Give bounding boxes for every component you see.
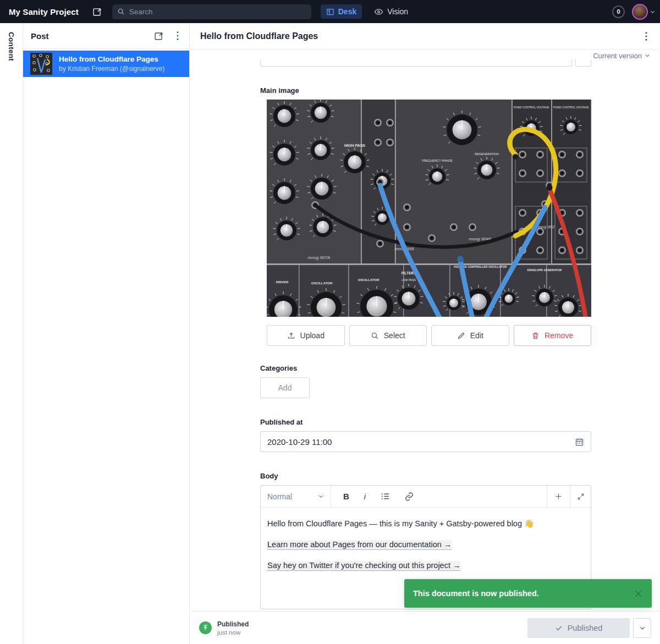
main-image-label: Main image: [260, 86, 660, 95]
pane-menu-icon[interactable]: [174, 31, 182, 41]
list-item-post[interactable]: Hello from Cloudflare Pages by Kristian …: [23, 51, 189, 77]
documentation-link[interactable]: Learn more about Pages from our document…: [267, 540, 452, 550]
select-button[interactable]: Select: [349, 325, 427, 346]
remove-button[interactable]: Remove: [514, 325, 592, 346]
tab-desk-label: Desk: [338, 7, 356, 16]
publish-status-icon: [199, 621, 212, 634]
text-style-value: Normal: [267, 492, 292, 501]
document-panel: Hello from Cloudflare Pages Current vers…: [190, 23, 660, 644]
document-title: Hello from Cloudflare Pages: [200, 31, 642, 41]
post-pane: Post Hello from Cloudflare Pages by Kris…: [23, 23, 190, 644]
check-icon: [555, 624, 563, 632]
add-category-button[interactable]: Add: [260, 377, 310, 398]
content-rail[interactable]: Content: [0, 23, 23, 644]
top-navbar: My Sanity Project Desk Vision 0: [0, 0, 660, 23]
search-icon: [371, 332, 379, 340]
body-paragraph[interactable]: Say hey on Twitter if you're checking ou…: [267, 560, 584, 571]
notification-badge[interactable]: 0: [612, 5, 625, 18]
bullet-list-icon[interactable]: [381, 492, 390, 501]
post-item-texts: Hello from Cloudflare Pages by Kristian …: [59, 55, 164, 73]
svg-text:LOW PASS: LOW PASS: [402, 278, 416, 282]
post-thumbnail: [30, 53, 52, 75]
calendar-icon[interactable]: [575, 437, 584, 447]
search-bar[interactable]: [112, 4, 311, 19]
body-paragraph-text: Hello from Cloudflare Pages — this is my…: [267, 519, 522, 528]
pane-title: Post: [31, 31, 144, 41]
clipped-text-input[interactable]: [260, 59, 572, 67]
svg-text:OSCILLATOR: OSCILLATOR: [311, 282, 333, 285]
published-button-label: Published: [568, 624, 603, 632]
publish-status: Published: [217, 620, 249, 628]
svg-text:FIXED CONTROL VOLTAGE: FIXED CONTROL VOLTAGE: [553, 106, 589, 109]
editor-toolbar: Normal B i: [261, 486, 591, 508]
chevron-down-icon: [639, 625, 646, 631]
pane-header: Post: [23, 23, 189, 49]
upload-button[interactable]: Upload: [267, 325, 345, 346]
upload-label: Upload: [300, 331, 324, 340]
edit-button[interactable]: Edit: [431, 325, 509, 346]
svg-text:OSCILLATOR: OSCILLATOR: [358, 278, 380, 282]
svg-text:ENVELOPE GENERATOR: ENVELOPE GENERATOR: [527, 268, 562, 272]
publish-status-texts: Published just now: [217, 620, 249, 636]
text-style-select[interactable]: Normal: [261, 486, 331, 507]
select-label: Select: [384, 331, 405, 340]
remove-label: Remove: [544, 331, 573, 340]
eye-icon: [374, 7, 383, 16]
close-icon[interactable]: [634, 589, 643, 598]
svg-text:FREQUENCY RANGE: FREQUENCY RANGE: [422, 159, 453, 162]
svg-text:DRIVER: DRIVER: [276, 280, 289, 284]
chevron-down-icon: [318, 493, 324, 499]
body-label: Body: [260, 472, 660, 480]
expand-editor-button[interactable]: [570, 486, 591, 507]
tab-vision[interactable]: Vision: [374, 7, 408, 16]
insert-block-button[interactable]: [547, 486, 570, 507]
svg-text:REGENERATION: REGENERATION: [475, 152, 499, 156]
chevron-down-icon: [645, 53, 650, 58]
document-menu-icon[interactable]: [642, 31, 650, 41]
link-icon[interactable]: [405, 492, 414, 501]
format-buttons: B i: [331, 486, 547, 507]
italic-button[interactable]: i: [364, 492, 366, 501]
published-at-label: Published at: [260, 418, 660, 426]
upload-icon: [287, 332, 295, 340]
clipped-field-button[interactable]: [575, 59, 591, 67]
publish-time: just now: [217, 629, 249, 636]
twitter-link[interactable]: Say hey on Twitter if you're checking ou…: [267, 561, 460, 571]
wave-emoji: 👋: [524, 519, 534, 528]
document-header: Hello from Cloudflare Pages: [190, 23, 660, 49]
published-at-field[interactable]: [260, 431, 591, 452]
svg-text:HIGH PASS: HIGH PASS: [344, 144, 365, 147]
chevron-down-icon[interactable]: [650, 9, 656, 15]
pencil-icon: [457, 332, 465, 340]
post-item-title: Hello from Cloudflare Pages: [59, 55, 164, 64]
create-post-icon[interactable]: [153, 31, 164, 41]
project-title: My Sanity Project: [9, 7, 79, 16]
search-input[interactable]: [129, 8, 306, 16]
avatar[interactable]: [632, 4, 648, 20]
success-toast: This document is now published.: [404, 579, 652, 608]
published-button[interactable]: Published: [527, 618, 630, 638]
bold-button[interactable]: B: [343, 492, 349, 501]
desk-icon: [326, 8, 334, 16]
image-actions: Upload Select Edit Remove: [267, 325, 591, 346]
body-paragraph[interactable]: Learn more about Pages from our document…: [267, 539, 584, 551]
published-at-input[interactable]: [267, 437, 575, 447]
main-image-preview[interactable]: HIGH PASSFREQUENCY RANGEREGENERATIONFIXE…: [267, 100, 591, 317]
publish-menu-button[interactable]: [633, 618, 651, 638]
document-footer: Published just now Published: [190, 611, 660, 644]
version-label: Current version: [593, 52, 642, 60]
toast-message: This document is now published.: [413, 589, 634, 598]
tab-desk[interactable]: Desk: [321, 4, 362, 19]
svg-text:moog 907A: moog 907A: [308, 255, 331, 260]
post-item-subtitle: by Kristian Freeman (@signalnerve): [59, 65, 164, 73]
trash-icon: [531, 332, 540, 340]
categories-label: Categories: [260, 364, 660, 372]
new-document-icon[interactable]: [92, 7, 102, 17]
svg-text:FIXED CONTROL VOLTAGE: FIXED CONTROL VOLTAGE: [514, 106, 549, 109]
tab-vision-label: Vision: [387, 7, 408, 16]
search-icon: [117, 8, 125, 15]
body-paragraph[interactable]: Hello from Cloudflare Pages — this is my…: [267, 518, 584, 530]
content-rail-label: Content: [7, 32, 15, 61]
body-text-area[interactable]: Hello from Cloudflare Pages — this is my…: [261, 508, 591, 571]
document-form: Main image HIGH PASSFREQUENCY RANGEREGEN…: [190, 59, 660, 611]
